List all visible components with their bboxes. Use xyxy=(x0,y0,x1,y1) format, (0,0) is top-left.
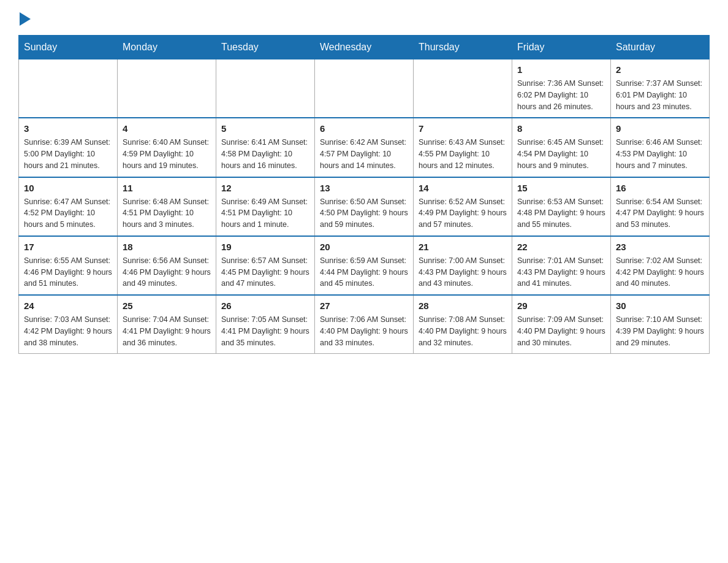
day-number: 26 xyxy=(221,299,309,312)
day-number: 28 xyxy=(419,299,507,312)
calendar-cell xyxy=(216,59,315,118)
day-number: 14 xyxy=(419,182,507,194)
calendar-cell: 15Sunrise: 6:53 AM Sunset: 4:48 PM Dayli… xyxy=(512,177,611,236)
calendar-cell: 22Sunrise: 7:01 AM Sunset: 4:43 PM Dayli… xyxy=(512,236,611,295)
calendar-cell: 23Sunrise: 7:02 AM Sunset: 4:42 PM Dayli… xyxy=(611,236,710,295)
calendar-cell: 1Sunrise: 7:36 AM Sunset: 6:02 PM Daylig… xyxy=(512,59,611,118)
day-number: 4 xyxy=(123,122,211,135)
day-number: 3 xyxy=(24,122,112,135)
day-number: 17 xyxy=(24,240,112,253)
day-info: Sunrise: 6:50 AM Sunset: 4:50 PM Dayligh… xyxy=(320,196,408,231)
calendar-cell: 8Sunrise: 6:45 AM Sunset: 4:54 PM Daylig… xyxy=(512,118,611,177)
day-number: 5 xyxy=(221,122,309,135)
day-number: 7 xyxy=(419,122,507,135)
day-info: Sunrise: 7:10 AM Sunset: 4:39 PM Dayligh… xyxy=(616,314,704,348)
calendar-week-row: 24Sunrise: 7:03 AM Sunset: 4:42 PM Dayli… xyxy=(19,295,710,354)
day-info: Sunrise: 6:40 AM Sunset: 4:59 PM Dayligh… xyxy=(123,137,211,171)
logo xyxy=(18,12,31,26)
day-info: Sunrise: 7:04 AM Sunset: 4:41 PM Dayligh… xyxy=(123,314,211,348)
day-number: 15 xyxy=(517,182,605,194)
day-number: 30 xyxy=(616,299,704,312)
header xyxy=(18,12,710,26)
day-info: Sunrise: 6:48 AM Sunset: 4:51 PM Dayligh… xyxy=(123,196,211,231)
calendar-table: SundayMondayTuesdayWednesdayThursdayFrid… xyxy=(18,35,710,354)
day-info: Sunrise: 6:59 AM Sunset: 4:44 PM Dayligh… xyxy=(320,255,408,289)
calendar-week-row: 1Sunrise: 7:36 AM Sunset: 6:02 PM Daylig… xyxy=(19,59,710,118)
calendar-header-wednesday: Wednesday xyxy=(315,36,414,59)
calendar-header-tuesday: Tuesday xyxy=(216,36,315,59)
logo-arrow-icon xyxy=(20,12,31,26)
calendar-cell xyxy=(19,59,118,118)
calendar-cell: 6Sunrise: 6:42 AM Sunset: 4:57 PM Daylig… xyxy=(315,118,414,177)
calendar-cell: 12Sunrise: 6:49 AM Sunset: 4:51 PM Dayli… xyxy=(216,177,315,236)
calendar-cell: 21Sunrise: 7:00 AM Sunset: 4:43 PM Dayli… xyxy=(414,236,512,295)
day-info: Sunrise: 6:45 AM Sunset: 4:54 PM Dayligh… xyxy=(517,137,605,171)
calendar-cell xyxy=(414,59,512,118)
calendar-cell: 3Sunrise: 6:39 AM Sunset: 5:00 PM Daylig… xyxy=(19,118,118,177)
day-number: 24 xyxy=(24,299,112,312)
calendar-week-row: 17Sunrise: 6:55 AM Sunset: 4:46 PM Dayli… xyxy=(19,236,710,295)
day-info: Sunrise: 7:00 AM Sunset: 4:43 PM Dayligh… xyxy=(419,255,507,289)
day-info: Sunrise: 7:05 AM Sunset: 4:41 PM Dayligh… xyxy=(221,314,309,348)
calendar-cell: 5Sunrise: 6:41 AM Sunset: 4:58 PM Daylig… xyxy=(216,118,315,177)
calendar-header-friday: Friday xyxy=(512,36,611,59)
day-number: 10 xyxy=(24,182,112,194)
day-info: Sunrise: 7:01 AM Sunset: 4:43 PM Dayligh… xyxy=(517,255,605,289)
day-info: Sunrise: 6:43 AM Sunset: 4:55 PM Dayligh… xyxy=(419,137,507,171)
day-info: Sunrise: 7:08 AM Sunset: 4:40 PM Dayligh… xyxy=(419,314,507,348)
day-info: Sunrise: 6:57 AM Sunset: 4:45 PM Dayligh… xyxy=(221,255,309,289)
day-info: Sunrise: 6:53 AM Sunset: 4:48 PM Dayligh… xyxy=(517,196,605,231)
svg-marker-0 xyxy=(20,12,31,26)
calendar-cell: 9Sunrise: 6:46 AM Sunset: 4:53 PM Daylig… xyxy=(611,118,710,177)
day-number: 6 xyxy=(320,122,408,135)
calendar-week-row: 3Sunrise: 6:39 AM Sunset: 5:00 PM Daylig… xyxy=(19,118,710,177)
calendar-cell: 25Sunrise: 7:04 AM Sunset: 4:41 PM Dayli… xyxy=(118,295,216,354)
calendar-cell: 16Sunrise: 6:54 AM Sunset: 4:47 PM Dayli… xyxy=(611,177,710,236)
calendar-cell: 27Sunrise: 7:06 AM Sunset: 4:40 PM Dayli… xyxy=(315,295,414,354)
day-info: Sunrise: 7:36 AM Sunset: 6:02 PM Dayligh… xyxy=(517,78,605,112)
calendar-cell: 17Sunrise: 6:55 AM Sunset: 4:46 PM Dayli… xyxy=(19,236,118,295)
day-number: 22 xyxy=(517,240,605,253)
day-number: 13 xyxy=(320,182,408,194)
calendar-cell xyxy=(315,59,414,118)
calendar-cell: 4Sunrise: 6:40 AM Sunset: 4:59 PM Daylig… xyxy=(118,118,216,177)
day-info: Sunrise: 6:46 AM Sunset: 4:53 PM Dayligh… xyxy=(616,137,704,171)
day-number: 29 xyxy=(517,299,605,312)
day-number: 12 xyxy=(221,182,309,194)
calendar-header-saturday: Saturday xyxy=(611,36,710,59)
calendar-header-thursday: Thursday xyxy=(414,36,512,59)
day-info: Sunrise: 7:02 AM Sunset: 4:42 PM Dayligh… xyxy=(616,255,704,289)
day-number: 25 xyxy=(123,299,211,312)
day-info: Sunrise: 6:52 AM Sunset: 4:49 PM Dayligh… xyxy=(419,196,507,231)
calendar-cell: 14Sunrise: 6:52 AM Sunset: 4:49 PM Dayli… xyxy=(414,177,512,236)
calendar-cell: 2Sunrise: 7:37 AM Sunset: 6:01 PM Daylig… xyxy=(611,59,710,118)
calendar-cell: 19Sunrise: 6:57 AM Sunset: 4:45 PM Dayli… xyxy=(216,236,315,295)
day-info: Sunrise: 7:09 AM Sunset: 4:40 PM Dayligh… xyxy=(517,314,605,348)
calendar-cell: 29Sunrise: 7:09 AM Sunset: 4:40 PM Dayli… xyxy=(512,295,611,354)
day-number: 11 xyxy=(123,182,211,194)
day-number: 27 xyxy=(320,299,408,312)
day-number: 20 xyxy=(320,240,408,253)
day-info: Sunrise: 6:49 AM Sunset: 4:51 PM Dayligh… xyxy=(221,196,309,231)
calendar-header-sunday: Sunday xyxy=(19,36,118,59)
calendar-cell: 7Sunrise: 6:43 AM Sunset: 4:55 PM Daylig… xyxy=(414,118,512,177)
calendar-cell xyxy=(118,59,216,118)
day-info: Sunrise: 7:03 AM Sunset: 4:42 PM Dayligh… xyxy=(24,314,112,348)
calendar-cell: 28Sunrise: 7:08 AM Sunset: 4:40 PM Dayli… xyxy=(414,295,512,354)
day-number: 19 xyxy=(221,240,309,253)
calendar-header-row: SundayMondayTuesdayWednesdayThursdayFrid… xyxy=(19,36,710,59)
day-number: 8 xyxy=(517,122,605,135)
day-number: 18 xyxy=(123,240,211,253)
day-info: Sunrise: 7:37 AM Sunset: 6:01 PM Dayligh… xyxy=(616,78,704,112)
calendar-cell: 10Sunrise: 6:47 AM Sunset: 4:52 PM Dayli… xyxy=(19,177,118,236)
day-number: 2 xyxy=(616,63,704,76)
day-info: Sunrise: 7:06 AM Sunset: 4:40 PM Dayligh… xyxy=(320,314,408,348)
calendar-week-row: 10Sunrise: 6:47 AM Sunset: 4:52 PM Dayli… xyxy=(19,177,710,236)
day-info: Sunrise: 6:55 AM Sunset: 4:46 PM Dayligh… xyxy=(24,255,112,289)
day-info: Sunrise: 6:54 AM Sunset: 4:47 PM Dayligh… xyxy=(616,196,704,231)
calendar-cell: 18Sunrise: 6:56 AM Sunset: 4:46 PM Dayli… xyxy=(118,236,216,295)
day-number: 1 xyxy=(517,63,605,76)
calendar-cell: 20Sunrise: 6:59 AM Sunset: 4:44 PM Dayli… xyxy=(315,236,414,295)
day-number: 23 xyxy=(616,240,704,253)
calendar-cell: 26Sunrise: 7:05 AM Sunset: 4:41 PM Dayli… xyxy=(216,295,315,354)
